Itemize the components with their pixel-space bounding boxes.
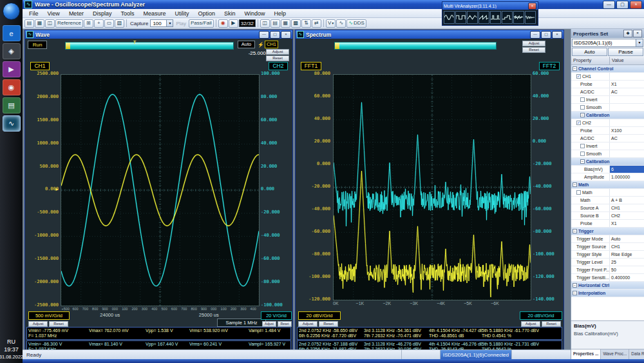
property-value[interactable] — [610, 104, 644, 111]
gen-sweep-button[interactable] — [525, 11, 536, 24]
reset-button[interactable]: Reset — [542, 321, 561, 327]
property-row-calibration[interactable]: −Calibration — [571, 112, 644, 119]
gen-pulse-button[interactable] — [490, 11, 501, 24]
property-value[interactable]: CH1 — [610, 243, 644, 250]
wave-plot-area[interactable] — [61, 74, 260, 306]
menu-item-display[interactable]: Display — [88, 10, 117, 17]
property-row-horizontal-ctrl[interactable]: −Horizontal Ctrl — [571, 282, 644, 289]
gen-sine-button[interactable] — [444, 11, 455, 24]
gen-sawtooth-button[interactable] — [478, 11, 489, 24]
menu-item-skin[interactable]: Skin — [220, 10, 240, 17]
adjust-button[interactable]: Adjust — [298, 321, 317, 327]
reset-button[interactable]: Reset — [266, 55, 289, 61]
pin-icon[interactable]: ◈ — [623, 30, 632, 37]
menu-item-meter[interactable]: Meter — [64, 10, 88, 17]
property-value[interactable] — [610, 189, 644, 196]
pause-button[interactable]: Pause — [608, 48, 643, 56]
menu-item-window[interactable]: Window — [240, 10, 269, 17]
menu-item-utility[interactable]: Utility — [170, 10, 193, 17]
spectrum-plot-area[interactable] — [333, 74, 531, 300]
wave-maximize-button[interactable]: ▢ — [270, 31, 280, 39]
property-value[interactable] — [610, 73, 644, 80]
checkbox-checked[interactable]: ✓ — [576, 121, 581, 125]
zoom-button[interactable]: ▭ — [104, 19, 114, 28]
reset-button[interactable]: Reset — [278, 321, 292, 327]
layout-grid-button[interactable]: ▦ — [281, 19, 290, 28]
date[interactable]: 31.08.2022 — [0, 354, 23, 360]
cursor-button[interactable]: + — [94, 19, 104, 28]
generator-titlebar[interactable]: Multi VirAnalyzer(3.11.4.1) × — [442, 2, 538, 10]
volt-unit-button[interactable]: V▾ — [326, 19, 336, 28]
property-row-trigger-level[interactable]: Trigger Level25 — [571, 259, 644, 266]
property-row-calibration[interactable]: −Calibration — [571, 158, 644, 166]
spectrum-titlebar[interactable]: ∿ Spectrum — ▢ × — [296, 30, 564, 39]
property-value[interactable]: 6 — [610, 166, 644, 173]
language-indicator[interactable]: RU — [7, 338, 15, 345]
property-value[interactable] — [610, 119, 644, 126]
ch1-badge[interactable]: CH1 — [30, 62, 50, 70]
property-row-trigger-front-p[interactable]: Trigger Front P...50 — [571, 266, 644, 274]
checkbox-unchecked[interactable] — [580, 97, 585, 102]
layers-button[interactable]: ▧ — [115, 19, 124, 28]
property-row-invert[interactable]: Invert — [571, 96, 644, 104]
tab-properties[interactable]: Properties ... — [571, 349, 601, 359]
device-select[interactable]: ISDS205A(1.1)(6) ▾ — [572, 39, 643, 47]
property-row-interpolation[interactable]: −Interpolation — [571, 289, 644, 297]
property-value[interactable]: CH1 — [610, 204, 644, 211]
property-row-ch1[interactable]: ✓CH1 — [571, 73, 644, 81]
play-label[interactable]: Play — [174, 21, 188, 26]
property-value[interactable]: X1 — [610, 81, 644, 88]
property-row-probe[interactable]: ProbeX100 — [571, 127, 644, 135]
property-value[interactable]: Rise Edge — [610, 251, 644, 258]
property-row-probe[interactable]: ProbeX1 — [571, 81, 644, 88]
property-value[interactable] — [610, 142, 644, 150]
taskbar-icon-5[interactable]: ▤ — [3, 97, 21, 113]
ch2-volts-per-grid[interactable]: 20 V/Grid — [261, 311, 292, 320]
waveform-button[interactable]: ∿ — [336, 19, 346, 28]
fft2-badge[interactable]: FFT2 — [539, 62, 560, 70]
layout-columns-button[interactable]: ◫ — [260, 19, 270, 28]
property-row-trigger-source[interactable]: Trigger SourceCH1 — [571, 243, 644, 251]
property-row-probe[interactable]: ProbeX1 — [571, 220, 644, 228]
panel-button[interactable]: ▦ — [35, 19, 44, 28]
property-row-math[interactable]: −Math — [571, 181, 644, 189]
menu-item-measure[interactable]: Measure — [138, 10, 170, 17]
fft1-badge[interactable]: FFT1 — [301, 62, 321, 70]
expander-icon[interactable]: − — [573, 66, 577, 71]
trigger-level-arrow-icon[interactable]: ► — [55, 187, 59, 192]
value-column-header[interactable]: Value — [610, 57, 644, 64]
property-value[interactable]: Auto — [610, 235, 644, 242]
gen-square-button[interactable] — [455, 11, 466, 24]
wave-close-button[interactable]: × — [281, 31, 291, 39]
adjust-button[interactable]: Adjust — [262, 321, 276, 327]
property-row-smooth[interactable]: Smooth — [571, 104, 644, 112]
reference-button[interactable]: Reference — [55, 19, 83, 28]
menu-item-file[interactable]: File — [24, 10, 43, 17]
spectrum-maximize-button[interactable]: ▢ — [541, 31, 551, 39]
property-value[interactable] — [610, 96, 644, 103]
open-button[interactable]: ▤ — [24, 19, 34, 28]
measure-button[interactable]: ⊞ — [84, 19, 93, 28]
property-value[interactable]: AC — [610, 88, 644, 95]
expander-icon[interactable]: − — [573, 182, 577, 187]
maximize-button[interactable]: ▢ — [616, 1, 629, 9]
property-row-ac-dc[interactable]: AC/DCAC — [571, 88, 644, 96]
reset-button[interactable]: Reset — [522, 47, 545, 53]
property-value[interactable]: 0.400000 — [610, 274, 644, 281]
taskbar-icon-active-app[interactable]: ∿ — [3, 115, 21, 132]
ch2-badge[interactable]: CH2 — [269, 62, 288, 70]
taskbar-icon-1[interactable]: e — [3, 25, 21, 41]
property-row-invert[interactable]: Invert — [571, 142, 644, 150]
taskbar-icon-2[interactable]: ◈ — [3, 43, 21, 59]
properties-titlebar[interactable]: Properties Set ◈ × — [571, 29, 644, 38]
taskbar-icon-4[interactable]: ◉ — [3, 79, 21, 95]
tile-horizontal-button[interactable]: ⇄ — [312, 19, 321, 28]
property-value[interactable]: AC — [610, 135, 644, 142]
clock[interactable]: 19:37 — [4, 346, 19, 353]
pass-fail-button[interactable]: Pass/Fail — [189, 19, 214, 28]
close-button[interactable]: × — [630, 1, 642, 9]
playback-button[interactable]: ▶ — [229, 19, 238, 28]
checkbox-unchecked[interactable] — [580, 105, 585, 110]
adjust-button[interactable]: Adjust — [522, 41, 545, 46]
property-row-ac-dc[interactable]: AC/DCAC — [571, 135, 644, 142]
